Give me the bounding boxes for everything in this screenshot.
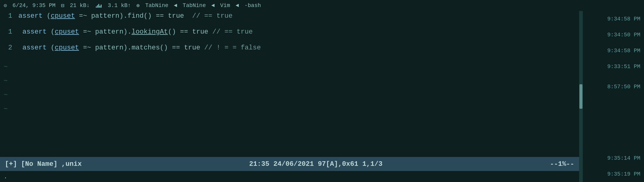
bash-label: -bash xyxy=(245,2,261,9)
scrollbar[interactable] xyxy=(579,11,583,182)
method-lookinat: lookingAt xyxy=(132,28,168,36)
code-line-3: 2 assert (cpuset =~ pattern).matches() =… xyxy=(0,44,579,60)
tabnine-icon: ⊕ xyxy=(137,2,140,9)
tabnine2-label: TabNine xyxy=(183,2,206,9)
editor-area[interactable]: 1 assert (cpuset =~ pattern).find() == t… xyxy=(0,11,579,182)
timestamp-1: 9:34:58 PM xyxy=(586,11,640,27)
arrow3: ◄ xyxy=(236,2,239,9)
download-speed: 21 kB↓ xyxy=(70,2,90,9)
timestamps-sidebar: 9:34:58 PM 9:34:50 PM 9:34:58 PM 9:33:51… xyxy=(583,11,644,182)
keyword-cpuset-3: cpuset xyxy=(55,44,79,52)
comment-1: // == true xyxy=(192,12,233,20)
tabnine1-label: TabNine xyxy=(145,2,168,9)
line-content-1: assert (cpuset =~ pattern).find() == tru… xyxy=(18,12,233,20)
timestamp-2: 9:34:50 PM xyxy=(586,27,640,43)
comment-3: // ! = = false xyxy=(204,44,261,52)
cmd-text: . xyxy=(4,173,7,180)
tilde-1: ~ xyxy=(0,60,579,74)
keyword-cpuset-2: cpuset xyxy=(55,28,79,36)
line-content-2: assert (cpuset =~ pattern).lookingAt() =… xyxy=(18,28,253,36)
timestamp-8: 9:35:19 PM xyxy=(586,166,640,182)
keyword-assert-1: assert xyxy=(18,12,43,20)
tilde-2: ~ xyxy=(0,74,579,88)
vim-command-line: . xyxy=(0,171,579,182)
timestamp-3: 9:34:58 PM xyxy=(586,43,640,59)
tilde-4: ~ xyxy=(0,102,579,116)
line-content-3: assert (cpuset =~ pattern).matches() == … xyxy=(18,44,261,52)
line-number-3: 2 xyxy=(0,44,18,52)
clock-icon: ⊙ xyxy=(4,2,7,9)
keyword-assert-3: assert xyxy=(22,44,47,52)
status-left: [+] [No Name] ,unix xyxy=(5,160,82,168)
line-number-2: 1 xyxy=(0,28,18,36)
status-right: --1%-- xyxy=(550,160,574,168)
upload-speed: 3.1 kB↑ xyxy=(108,2,131,9)
top-status-bar: ⊙ 6/24, 9:35 PM ⊟ 21 kB↓ 3.1 kB↑ ⊕ TabNi… xyxy=(0,0,644,11)
line-number-1: 1 xyxy=(0,12,18,20)
timestamp-6 xyxy=(586,99,640,123)
timestamp-7: 9:35:14 PM xyxy=(586,150,640,166)
network-icon: ⊟ xyxy=(61,2,64,9)
keyword-assert-2: assert xyxy=(22,28,47,36)
vim-status-line: [+] [No Name] ,unix 21:35 24/06/2021 97[… xyxy=(0,157,579,171)
keyword-cpuset-1: cpuset xyxy=(51,12,75,20)
comment-2: // == true xyxy=(212,28,253,36)
timestamp-5: 8:57:50 PM xyxy=(586,75,640,99)
vim-label: Vim xyxy=(220,2,230,9)
net-graph xyxy=(96,3,102,8)
arrow2: ◄ xyxy=(211,2,215,9)
scrollbar-thumb[interactable] xyxy=(579,84,582,109)
status-center: 21:35 24/06/2021 97[A],0x61 1,1/3 xyxy=(82,160,550,168)
code-line-1: 1 assert (cpuset =~ pattern).find() == t… xyxy=(0,12,579,28)
timestamp-4: 9:33:51 PM xyxy=(586,59,640,75)
datetime: 6/24, 9:35 PM xyxy=(13,2,55,9)
code-line-2: 1 assert (cpuset =~ pattern).lookingAt()… xyxy=(0,28,579,44)
tilde-3: ~ xyxy=(0,88,579,102)
arrow1: ◄ xyxy=(174,2,177,9)
